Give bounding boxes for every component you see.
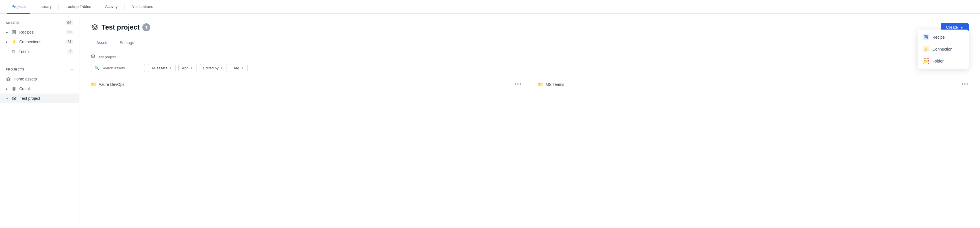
breadcrumb: Test project xyxy=(91,54,969,60)
sidebar-section-assets: ASSETS 96 ▶ Recipes 65 ▶ ⚡ xyxy=(0,21,79,56)
svg-rect-0 xyxy=(12,31,16,34)
folder-icon: 📁 xyxy=(538,82,543,87)
tag-filter[interactable]: Tag ▼ xyxy=(230,64,248,72)
chevron-down-icon: ▼ xyxy=(169,66,172,70)
all-assets-label: All assets xyxy=(151,66,167,70)
folder-menu-icon: 📁 xyxy=(923,58,929,64)
chevron-down-icon: ▼ xyxy=(6,97,8,100)
edited-by-filter[interactable]: Edited by ▼ xyxy=(200,64,227,72)
home-assets-label: Home assets xyxy=(14,77,37,81)
sidebar-projects-header: PROJECTS + xyxy=(0,67,79,74)
edited-by-label: Edited by xyxy=(203,66,219,70)
trash-icon: 🗑 xyxy=(11,49,16,54)
chevron-right-icon: ▶ xyxy=(6,87,8,90)
asset-name-ms-teams: 📁 MS Teams xyxy=(538,82,957,87)
sidebar-item-trash[interactable]: 🗑 Trash 4 xyxy=(0,47,79,56)
search-icon: 🔍 xyxy=(94,66,99,70)
sidebar-item-home-assets[interactable]: Home assets xyxy=(0,74,79,84)
nav-projects[interactable]: Projects xyxy=(7,0,30,14)
create-folder-item[interactable]: 📁 Folder xyxy=(918,55,969,67)
connections-badge: 31 xyxy=(66,40,73,44)
sidebar-section-projects: PROJECTS + Home assets ▶ xyxy=(0,67,79,103)
main-content: Test project T Create ▲ Assets Settings xyxy=(80,14,980,228)
breadcrumb-label: Test project xyxy=(97,55,116,59)
svg-rect-3 xyxy=(924,35,928,39)
folder-menu-label: Folder xyxy=(932,59,944,63)
sidebar: ASSETS 96 ▶ Recipes 65 ▶ ⚡ xyxy=(0,14,80,228)
page-header: Test project T Create ▲ xyxy=(91,23,969,32)
cobalt-label: Cobalt xyxy=(19,87,30,91)
asset-list: 📁 Azure DevOps ••• 📁 MS Teams ••• xyxy=(91,78,969,91)
chevron-up-icon: ▲ xyxy=(960,25,964,29)
connection-menu-icon: ⚡ xyxy=(923,46,929,52)
nav-activity[interactable]: Activity xyxy=(100,0,122,14)
recipe-icon xyxy=(11,30,16,35)
create-recipe-item[interactable]: Recipe xyxy=(918,31,969,43)
top-nav: Projects Library Lookup Tables Activity … xyxy=(0,0,980,14)
assets-count-badge: 96 xyxy=(65,21,73,25)
chevron-right-icon: ▶ xyxy=(6,40,8,43)
create-button-label: Create xyxy=(946,25,958,30)
recipe-menu-icon xyxy=(923,34,929,40)
sidebar-item-recipes[interactable]: ▶ Recipes 65 xyxy=(0,27,79,37)
create-dropdown-menu: Recipe ⚡ Connection 📁 Folder xyxy=(918,30,969,69)
test-project-label: Test project xyxy=(20,96,40,101)
azure-devops-actions[interactable]: ••• xyxy=(515,81,522,87)
breadcrumb-stack-icon xyxy=(91,54,95,60)
page-title-row: Test project T xyxy=(91,23,150,31)
recipes-label: Recipes xyxy=(19,30,34,34)
app-label: App xyxy=(182,66,189,70)
chevron-down-icon: ▼ xyxy=(190,66,193,70)
azure-devops-name: Azure DevOps xyxy=(99,82,124,87)
sidebar-assets-header: ASSETS 96 xyxy=(0,21,79,27)
trash-badge: 4 xyxy=(67,49,73,54)
page-title: Test project T xyxy=(91,23,150,31)
add-project-button[interactable]: + xyxy=(70,67,73,72)
stack-icon xyxy=(6,77,11,82)
chevron-down-icon: ▼ xyxy=(241,66,244,70)
recipe-menu-label: Recipe xyxy=(932,35,945,40)
tabs: Assets Settings xyxy=(91,37,969,48)
main-layout: ASSETS 96 ▶ Recipes 65 ▶ ⚡ xyxy=(0,14,980,228)
nav-divider-3 xyxy=(98,4,98,10)
stack-icon xyxy=(12,96,17,101)
search-input[interactable] xyxy=(102,66,141,70)
nav-notifications[interactable]: Notifications xyxy=(127,0,158,14)
sidebar-item-connections[interactable]: ▶ ⚡ Connections 31 xyxy=(0,37,79,47)
sidebar-item-cobalt[interactable]: ▶ Cobalt xyxy=(0,84,79,93)
app-filter[interactable]: App ▼ xyxy=(178,64,197,72)
chevron-down-icon: ▼ xyxy=(220,66,223,70)
bolt-icon: ⚡ xyxy=(11,39,16,44)
sidebar-item-test-project[interactable]: ▼ Test project xyxy=(0,93,79,103)
tag-label: Tag xyxy=(233,66,239,70)
chevron-right-icon: ▶ xyxy=(6,31,8,34)
project-avatar: T xyxy=(142,23,150,31)
nav-lookup-tables[interactable]: Lookup Tables xyxy=(61,0,95,14)
connections-label: Connections xyxy=(19,40,41,44)
filter-bar: 🔍 All assets ▼ App ▼ Edited by ▼ Tag ▼ xyxy=(91,64,969,72)
create-connection-item[interactable]: ⚡ Connection xyxy=(918,43,969,55)
all-assets-filter[interactable]: All assets ▼ xyxy=(148,64,175,72)
stack-icon xyxy=(11,86,16,91)
project-stack-icon xyxy=(91,23,99,31)
ms-teams-name: MS Teams xyxy=(546,82,564,87)
nav-divider-4 xyxy=(124,4,125,10)
connection-menu-label: Connection xyxy=(932,47,953,51)
tab-settings[interactable]: Settings xyxy=(114,37,140,48)
recipes-badge: 65 xyxy=(66,30,73,34)
trash-label: Trash xyxy=(19,49,29,54)
folder-icon: 📁 xyxy=(91,82,96,87)
tab-assets[interactable]: Assets xyxy=(91,37,114,48)
table-row: 📁 Azure DevOps ••• 📁 MS Teams ••• xyxy=(91,78,969,91)
nav-library[interactable]: Library xyxy=(35,0,56,14)
asset-name-azure: 📁 Azure DevOps xyxy=(91,82,510,87)
search-input-wrap[interactable]: 🔍 xyxy=(91,64,145,72)
ms-teams-actions[interactable]: ••• xyxy=(962,81,969,87)
